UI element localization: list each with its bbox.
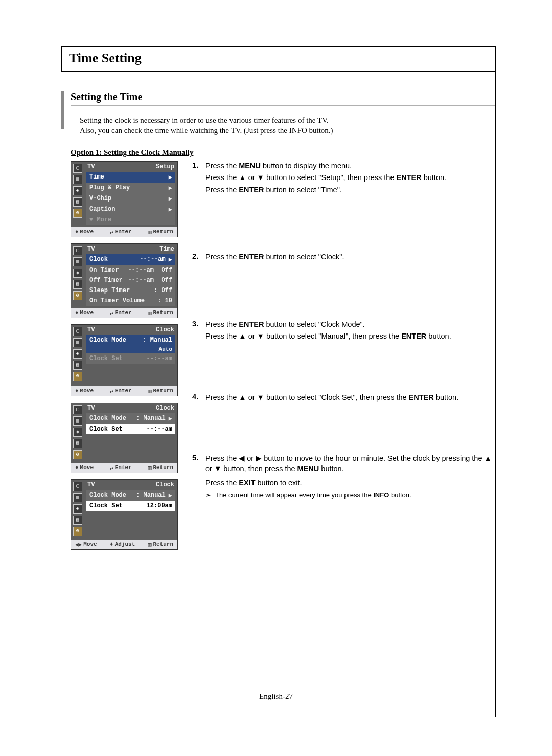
osd-setup: ▢ ▥ ◈ ▧ ⚙ TV Setup Time [71,161,178,237]
return-icon: ▥ [148,309,152,316]
picture-icon: ▥ [73,175,82,184]
osd-footer: ♦Move ↵Enter ▥Return [71,227,177,237]
osd-title: Time [159,246,174,253]
return-icon: ▥ [148,464,152,471]
picture-icon: ▥ [73,416,82,426]
picture-icon: ▥ [73,257,82,266]
tv-icon: ▢ [73,327,82,336]
osd-item-time[interactable]: Time ▶ [86,172,175,183]
channel-icon: ▧ [73,197,82,207]
osd-item-clock[interactable]: Clock --:--am ▶ [86,254,175,265]
osd-tv-label: TV [87,246,95,253]
picture-icon: ▥ [73,338,82,347]
tv-icon: ▢ [73,405,82,414]
osd-item-clockset[interactable]: Clock Set --:--am [86,424,175,434]
osd-tv-label: TV [87,326,95,333]
move-icon: ♦ [75,229,79,235]
osd-clock-set: ▢ ▥ ◈ ▧ ⚙ TV Clock Clock Mode [71,403,178,473]
channel-icon: ▧ [73,280,82,289]
setup-icon: ⚙ [73,209,82,218]
setup-icon: ⚙ [73,291,82,300]
osd-item-clockset[interactable]: Clock Set --:--am [86,353,175,364]
osd-title: Setup [156,163,174,170]
osd-item-clockset[interactable]: Clock Set 12:00am [86,501,175,511]
osd-title: Clock [156,326,174,333]
osd-dropdown-auto[interactable]: Auto [86,345,175,353]
setup-icon: ⚙ [73,450,82,459]
sound-icon: ◈ [73,269,82,278]
tv-icon: ▢ [73,246,82,255]
osd-item-offtimer[interactable]: Off Timer --:--am Off [86,275,175,285]
adjust-icon: ♦ [110,541,113,547]
enter-icon: ↵ [110,229,113,235]
osd-item-clockmode[interactable]: Clock Mode : Manual ▶ [86,490,175,501]
channel-icon: ▧ [73,516,82,525]
osd-item-vchip[interactable]: V-Chip ▶ [86,193,175,204]
osd-item-more[interactable]: ▼ More [86,215,175,225]
osd-column: ▢ ▥ ◈ ▧ ⚙ TV Setup Time [71,161,178,556]
osd-item-sleeptimer[interactable]: Sleep Timer : Off [86,285,175,296]
return-icon: ▥ [148,388,152,394]
osd-title: Clock [156,481,174,488]
setup-icon: ⚙ [73,527,82,536]
channel-icon: ▧ [73,439,82,448]
osd-item-plugplay[interactable]: Plug & Play ▶ [86,183,175,193]
move-icon: ♦ [75,388,79,394]
move-icon: ♦ [75,309,79,316]
osd-item-caption[interactable]: Caption ▶ [86,204,175,215]
move-icon: ♦ [75,464,79,471]
osd-title: Clock [156,405,174,412]
osd-tv-label: TV [87,405,95,412]
tv-icon: ▢ [73,164,82,173]
enter-icon: ↵ [110,464,113,471]
osd-item-ontimer[interactable]: On Timer --:--am Off [86,265,175,275]
enter-icon: ↵ [110,309,113,316]
sound-icon: ◈ [73,186,82,195]
return-icon: ▥ [148,541,152,548]
page-footer: English-27 [0,692,552,701]
move-lr-icon: ◀▶ [75,541,82,548]
tv-icon: ▢ [73,482,82,491]
setup-icon: ⚙ [73,372,82,381]
picture-icon: ▥ [73,493,82,502]
osd-item-clockmode[interactable]: Clock Mode : Manual ▶ [86,413,175,424]
sound-icon: ◈ [73,428,82,437]
osd-footer: ♦Move ↵Enter ▥Return [71,463,177,473]
sound-icon: ◈ [73,504,82,514]
osd-footer: ♦Move ↵Enter ▥Return [71,308,177,318]
osd-time: ▢ ▥ ◈ ▧ ⚙ TV Time Clock [71,243,178,318]
osd-clock-mode: ▢ ▥ ◈ ▧ ⚙ TV Clock Clock Mode [71,324,178,396]
osd-footer: ♦Move ↵Enter ▥Return [71,386,177,396]
osd-item-clockmode[interactable]: Clock Mode : Manual [86,335,175,345]
return-icon: ▥ [148,229,152,235]
osd-clock-set-time: ▢ ▥ ◈ ▧ ⚙ TV Clock Clock Mode [71,479,178,550]
osd-item-ontimervolume[interactable]: On Timer Volume : 10 [86,296,175,306]
sound-icon: ◈ [73,349,82,359]
channel-icon: ▧ [73,361,82,370]
osd-tv-label: TV [87,481,95,488]
osd-footer: ◀▶Move ♦Adjust ▥Return [71,540,177,549]
enter-icon: ↵ [110,388,113,394]
osd-tv-label: TV [87,163,95,170]
